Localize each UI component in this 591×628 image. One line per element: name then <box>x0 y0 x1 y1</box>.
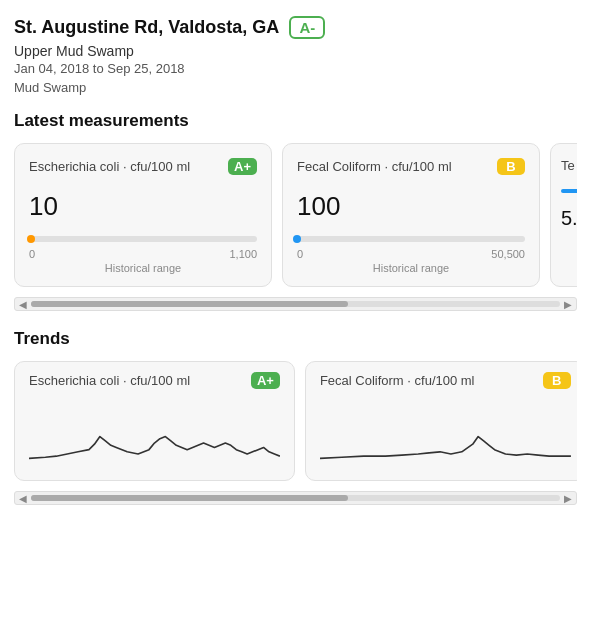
ecoli-trend-card: Escherichia coli · cfu/100 ml A+ <box>14 361 295 481</box>
latest-cards-row[interactable]: Escherichia coli · cfu/100 ml A+ 10 0 1,… <box>14 143 577 291</box>
trends-scroll-right-arrow[interactable]: ▶ <box>564 493 572 504</box>
fecal-range-max: 50,500 <box>491 248 525 260</box>
date-range: Jan 04, 2018 to Sep 25, 2018 <box>14 61 577 76</box>
watershed-label: Mud Swamp <box>14 80 577 95</box>
ecoli-trend-header: Escherichia coli · cfu/100 ml A+ <box>29 372 280 389</box>
ecoli-range-labels: 0 1,100 <box>29 248 257 260</box>
fecal-card-label: Fecal Coliform · cfu/100 ml <box>297 159 452 174</box>
trends-scroll-left-arrow[interactable]: ◀ <box>19 493 27 504</box>
ecoli-card-value: 10 <box>29 191 257 222</box>
ecoli-card-header: Escherichia coli · cfu/100 ml A+ <box>29 158 257 175</box>
trends-cards-wrapper: Escherichia coli · cfu/100 ml A+ Fecal C… <box>14 361 577 485</box>
trends-cards-row[interactable]: Escherichia coli · cfu/100 ml A+ Fecal C… <box>14 361 577 485</box>
fecal-trend-chart <box>320 395 571 470</box>
fecal-range-min: 0 <box>297 248 303 260</box>
latest-cards-wrapper: Escherichia coli · cfu/100 ml A+ 10 0 1,… <box>14 143 577 291</box>
ecoli-card-label: Escherichia coli · cfu/100 ml <box>29 159 190 174</box>
latest-section-title: Latest measurements <box>14 111 577 131</box>
temp-range-indicator <box>561 189 577 193</box>
temp-card-header: Te <box>561 158 577 173</box>
fecal-card-value: 100 <box>297 191 525 222</box>
fecal-card-grade: B <box>497 158 525 175</box>
fecal-card-header: Fecal Coliform · cfu/100 ml B <box>297 158 525 175</box>
trends-section-title: Trends <box>14 329 577 349</box>
scroll-thumb[interactable] <box>31 301 348 307</box>
temp-card-label: Te <box>561 158 575 173</box>
ecoli-card-grade: A+ <box>228 158 257 175</box>
fecal-trend-header: Fecal Coliform · cfu/100 ml B <box>320 372 571 389</box>
temp-card-value: 5.8 <box>561 207 577 230</box>
page-container: St. Augustine Rd, Valdosta, GA A- Upper … <box>0 0 591 543</box>
ecoli-sparkline <box>29 406 280 466</box>
header-row: St. Augustine Rd, Valdosta, GA A- <box>14 16 577 39</box>
trends-section: Trends Escherichia coli · cfu/100 ml A+ <box>14 329 577 505</box>
fecal-sparkline <box>320 406 571 466</box>
station-subtitle: Upper Mud Swamp <box>14 43 577 59</box>
ecoli-trend-label: Escherichia coli · cfu/100 ml <box>29 373 190 388</box>
fecal-trend-grade: B <box>543 372 571 389</box>
scroll-thumb-track <box>31 301 560 307</box>
ecoli-range-max: 1,100 <box>229 248 257 260</box>
fecal-range-dot <box>293 235 301 243</box>
trends-scroll-thumb-track <box>31 495 560 501</box>
temp-card-partial: Te 5.8 <box>550 143 577 287</box>
overall-grade-badge: A- <box>289 16 325 39</box>
ecoli-range-min: 0 <box>29 248 35 260</box>
ecoli-trend-grade: A+ <box>251 372 280 389</box>
fecal-trend-label: Fecal Coliform · cfu/100 ml <box>320 373 475 388</box>
fecal-card: Fecal Coliform · cfu/100 ml B 100 0 50,5… <box>282 143 540 287</box>
fecal-trend-card: Fecal Coliform · cfu/100 ml B <box>305 361 577 481</box>
fecal-range-labels: 0 50,500 <box>297 248 525 260</box>
scroll-right-arrow[interactable]: ▶ <box>564 299 572 310</box>
measurements-scrollbar[interactable]: ◀ ▶ <box>14 297 577 311</box>
scroll-left-arrow[interactable]: ◀ <box>19 299 27 310</box>
ecoli-range-bar <box>29 236 257 242</box>
ecoli-range-caption: Historical range <box>29 262 257 274</box>
ecoli-card: Escherichia coli · cfu/100 ml A+ 10 0 1,… <box>14 143 272 287</box>
trends-scroll-thumb[interactable] <box>31 495 348 501</box>
station-title: St. Augustine Rd, Valdosta, GA <box>14 17 279 38</box>
trends-scrollbar[interactable]: ◀ ▶ <box>14 491 577 505</box>
fecal-range-bar <box>297 236 525 242</box>
ecoli-range-dot <box>27 235 35 243</box>
fecal-range-caption: Historical range <box>297 262 525 274</box>
ecoli-trend-chart <box>29 395 280 470</box>
